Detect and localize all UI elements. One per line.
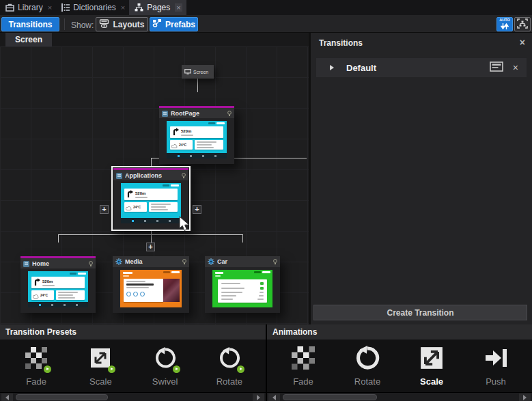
tab-pages[interactable]: Pages × (129, 0, 186, 15)
transition-presets-title: Transition Presets (5, 327, 76, 337)
play-badge-icon (173, 365, 180, 373)
animation-scale[interactable]: Scale (400, 346, 464, 387)
preset-label: Rotate (216, 376, 242, 387)
scroll-right-button[interactable] (253, 393, 264, 401)
create-transition-button[interactable]: Create Transition (313, 305, 527, 320)
close-icon[interactable]: × (48, 3, 52, 12)
edit-transition-icon[interactable] (490, 61, 503, 74)
animation-rotate[interactable]: Rotate (335, 346, 400, 387)
scroll-right-button[interactable] (519, 393, 531, 401)
tab-label: Pages (147, 3, 170, 12)
node-label: RootPage (171, 110, 225, 117)
tab-label: Library (18, 3, 43, 12)
animation-label: Push (486, 376, 506, 387)
preset-label: Swivel (152, 376, 178, 387)
animation-label: Scale (420, 376, 443, 387)
animation-label: Rotate (354, 376, 380, 387)
preset-label: Fade (26, 376, 46, 387)
connector-line (58, 234, 59, 243)
cloud-icon (171, 139, 178, 151)
node-rootpage[interactable]: RootPage 520m 24°C (159, 106, 234, 164)
node-label: Car (217, 258, 270, 265)
tab-dictionaries[interactable]: Dictionaries × (56, 0, 129, 15)
animations-title: Animations (272, 327, 317, 337)
delete-transition-icon[interactable]: × (513, 62, 518, 73)
layouts-icon (99, 19, 109, 30)
rotate-icon (355, 346, 380, 373)
node-thumbnail (205, 267, 280, 313)
add-connection-left-button[interactable]: + (100, 205, 109, 214)
layouts-label: Layouts (113, 20, 144, 29)
presets-horizontal-scrollbar[interactable] (0, 392, 266, 401)
preset-scale[interactable]: Scale (68, 346, 132, 387)
expander-icon[interactable] (330, 65, 334, 70)
transition-presets-header: Transition Presets (0, 324, 266, 340)
page-icon (162, 107, 168, 120)
library-icon (5, 3, 14, 12)
push-icon (484, 346, 507, 372)
preset-swivel[interactable]: Swivel (133, 346, 197, 387)
fit-graph-button[interactable] (514, 17, 531, 31)
connector-line (197, 79, 198, 92)
transition-presets-list: Fade Scale Swivel (0, 340, 266, 392)
graph-area[interactable]: Screen RootPage 520m (0, 46, 309, 324)
close-icon[interactable]: × (175, 3, 182, 12)
preset-rotate[interactable]: Rotate (197, 346, 262, 387)
node-car[interactable]: Car (205, 256, 280, 313)
animation-fade[interactable]: Fade (271, 346, 335, 387)
animations-panel: Animations Fade Rotate Scale (267, 324, 532, 401)
animations-horizontal-scrollbar[interactable] (267, 392, 532, 401)
node-label: Media (125, 258, 180, 265)
pages-icon (135, 3, 143, 12)
fade-icon (292, 346, 315, 372)
scroll-left-button[interactable] (268, 393, 280, 401)
close-icon[interactable]: × (121, 3, 125, 12)
node-thumbnail: 520m 24°C (20, 268, 96, 313)
connector-line (58, 234, 242, 235)
auto-arrange-button[interactable]: AUTO (496, 17, 513, 31)
document-tab-screen[interactable]: Screen (5, 33, 52, 46)
connector-line (242, 234, 243, 243)
transitions-panel-header: Transitions × (311, 33, 532, 53)
transitions-button-label: Transitions (8, 20, 52, 29)
animation-push[interactable]: Push (464, 346, 528, 387)
node-home[interactable]: Home 520m 24°C (20, 256, 96, 313)
add-connection-right-button[interactable]: + (193, 205, 201, 214)
gear-icon (115, 255, 122, 268)
node-thumbnail (113, 267, 189, 313)
transition-item-default[interactable]: Default × (316, 58, 527, 77)
layouts-toggle-button[interactable]: Layouts (96, 17, 148, 31)
scale-icon (420, 346, 443, 372)
animation-label: Fade (293, 376, 313, 387)
add-page-button[interactable]: + (146, 243, 155, 251)
show-label: Show: (71, 20, 94, 30)
node-thumbnail: 520m 24°C (113, 180, 188, 229)
play-badge-icon (44, 365, 51, 373)
transitions-button[interactable]: Transitions (1, 17, 59, 31)
scrollbar-thumb[interactable] (16, 394, 108, 400)
close-icon[interactable]: × (520, 37, 525, 48)
play-badge-icon (237, 365, 244, 373)
preset-label: Scale (89, 376, 112, 387)
scroll-left-button[interactable] (1, 393, 13, 401)
page-icon (116, 169, 122, 182)
tab-library[interactable]: Library × (0, 0, 56, 15)
lightbulb-icon (89, 258, 93, 270)
transition-item-label: Default (346, 63, 490, 73)
node-header: RootPage (159, 108, 234, 118)
preset-fade[interactable]: Fade (4, 346, 68, 387)
scrollbar-thumb[interactable] (283, 394, 377, 400)
transition-presets-panel: Transition Presets Fade Scale (0, 324, 266, 401)
lightbulb-icon (182, 169, 186, 182)
node-media[interactable]: Media (113, 256, 189, 313)
node-label: Screen (193, 70, 208, 74)
play-badge-icon (108, 365, 115, 373)
node-header: Home (20, 258, 96, 268)
prefabs-toggle-button[interactable]: Prefabs (150, 17, 198, 31)
monitor-icon (184, 66, 191, 78)
node-screen[interactable]: Screen (182, 65, 214, 79)
prefabs-icon (152, 19, 162, 29)
transitions-panel-title: Transitions (319, 38, 363, 48)
prefabs-label: Prefabs (165, 20, 195, 29)
node-header: Applications (113, 170, 188, 180)
